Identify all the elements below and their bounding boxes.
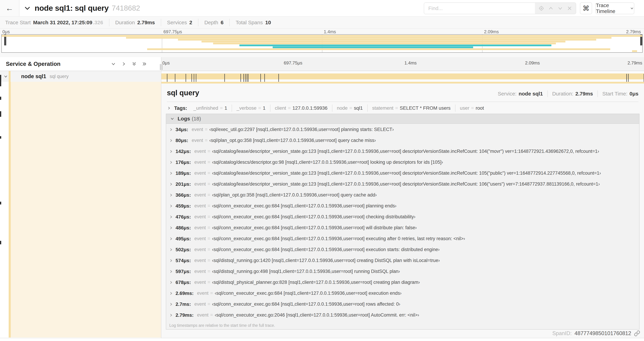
log-row[interactable]: 201μs:event=‹sql/catalog/lease/descripto… (166, 179, 639, 190)
column-divider[interactable] (161, 57, 161, 341)
log-row[interactable]: 176μs:event=‹sql/catalog/descs/descripto… (166, 157, 639, 168)
chevron-down-icon (170, 116, 174, 121)
chevron-right-icon[interactable] (169, 269, 176, 274)
log-equals: = (205, 127, 208, 132)
gutter-mark (0, 97, 1, 100)
minimap-span (632, 50, 637, 52)
log-row[interactable]: 574μs:event=‹sql/distsql_running.go:1420… (166, 255, 639, 266)
log-row[interactable]: 678μs:event=‹sql/distsql_physical_planne… (166, 277, 639, 288)
log-row[interactable]: 495μs:event=‹sql/conn_executor_exec.go:6… (166, 233, 639, 244)
log-field-key: event (197, 312, 208, 318)
chevron-right-icon[interactable] (169, 138, 176, 143)
clear-search-icon[interactable] (567, 6, 572, 11)
collapse-one-icon[interactable] (111, 61, 116, 67)
log-row[interactable]: 597μs:event=‹sql/distsql_running.go:498 … (166, 266, 639, 277)
locate-icon[interactable] (538, 5, 544, 11)
span-duration-bar[interactable] (161, 74, 644, 79)
tag-item[interactable]: _verbose=1 (232, 105, 270, 112)
span-operation-name: sql query (50, 74, 69, 79)
chevron-right-icon[interactable] (169, 313, 176, 317)
log-row[interactable]: 2.7ms:event=‹sql/conn_executor_exec.go:6… (166, 299, 639, 310)
summary-trace-start: Trace Start March 31 2022, 17:25:09 .326 (5, 19, 110, 26)
left-gutter (0, 82, 9, 341)
chevron-right-icon[interactable] (169, 226, 176, 230)
tag-key: statement (372, 105, 394, 111)
minimap-canvas[interactable] (2, 34, 642, 53)
tag-item[interactable]: statement=SELECT * FROM users (368, 105, 456, 112)
expand-one-icon[interactable] (121, 61, 126, 67)
log-row[interactable]: 2.69ms:event=‹sql/conn_executor_exec.go:… (166, 288, 639, 299)
column-resize-handle[interactable] (158, 64, 164, 70)
chevron-right-icon[interactable] (169, 160, 176, 164)
log-row[interactable]: 476μs:event=‹sql/conn_executor_exec.go:6… (166, 211, 639, 222)
tag-item[interactable]: client=127.0.0.1:59936 (270, 105, 332, 112)
find-input[interactable] (424, 3, 535, 14)
tick-label: 1.4ms (324, 29, 336, 35)
summary-services: Services 2 (161, 19, 198, 26)
service-operation-header: Service & Operation (0, 57, 161, 71)
chevron-right-icon[interactable] (169, 237, 176, 241)
span-row-service[interactable]: node sql1 sql query (0, 71, 161, 82)
log-time: 201μs: (176, 181, 191, 187)
chevron-right-icon[interactable] (169, 204, 176, 208)
log-row[interactable]: 366μs:event=‹sql/plan_opt.go:358 [nsql1,… (166, 190, 639, 200)
back-button[interactable]: ← (0, 0, 20, 16)
chevron-right-icon[interactable] (169, 149, 176, 154)
tag-equals: = (349, 105, 352, 111)
log-field-key: event (194, 171, 206, 176)
deep-link-icon[interactable] (634, 330, 640, 336)
next-result-icon[interactable] (557, 5, 563, 11)
collapse-trace-icon[interactable] (24, 5, 31, 12)
collapse-all-icon[interactable] (132, 61, 137, 67)
trace-timeline-page: ← node sql1: sql query 7418682 (0, 0, 644, 341)
log-field-key: event (194, 214, 206, 220)
log-row[interactable]: 34μs:event=‹sql/exec_util.go:2297 [nsql1… (166, 124, 639, 135)
span-service-name: node sql1 (21, 73, 46, 80)
tags-row[interactable]: Tags: _unfinished=1_verbose=1client=127.… (167, 104, 638, 113)
keyboard-shortcuts-button[interactable]: ⌘ (580, 3, 592, 14)
log-equals: = (208, 301, 210, 307)
log-message: ‹sql/conn_executor_exec.go:684 [nsql1,cl… (212, 236, 465, 241)
trace-minimap: 0μs697.75μs1.4ms2.09ms2.79ms (0, 29, 644, 57)
chevron-right-icon[interactable] (169, 171, 176, 175)
chevron-right-icon[interactable] (169, 291, 176, 295)
log-row[interactable]: 2.79ms:event=‹sql/conn_executor_exec.go:… (166, 310, 639, 320)
prev-result-icon[interactable] (548, 5, 554, 11)
chevron-right-icon[interactable] (169, 302, 176, 306)
gutter-mark (0, 241, 1, 244)
tick-label: 2.09ms (484, 29, 499, 35)
detail-span-title: sql query (167, 89, 199, 97)
log-row[interactable]: 486μs:event=‹sql/conn_executor_exec.go:6… (166, 222, 639, 233)
find-controls (535, 3, 576, 14)
logs-header[interactable]: Logs (18) (166, 114, 639, 124)
tag-value: 127.0.0.1:59936 (292, 105, 327, 111)
log-equals: = (208, 214, 210, 220)
span-row-bar[interactable] (161, 71, 644, 82)
logs-title: Logs (178, 116, 190, 122)
log-row[interactable]: 189μs:event=‹sql/catalog/lease/descripto… (166, 168, 639, 179)
log-row[interactable]: 142μs:event=‹sql/catalog/lease/descripto… (166, 146, 639, 157)
chevron-right-icon[interactable] (169, 258, 176, 263)
log-row[interactable]: 80μs:event=‹sql/plan_opt.go:358 [nsql1,c… (166, 135, 639, 146)
logs-footer-note: Log timestamps are relative to the start… (166, 321, 639, 329)
minimap-span (273, 47, 473, 48)
tag-key: _unfinished (193, 105, 218, 111)
log-field-key: event (194, 225, 206, 230)
chevron-right-icon[interactable] (169, 182, 176, 186)
minimap-tick-labels: 0μs697.75μs1.4ms2.09ms2.79ms (2, 29, 642, 34)
chevron-right-icon[interactable] (169, 193, 176, 197)
tags-label: Tags: (174, 105, 187, 111)
chevron-right-icon[interactable] (169, 215, 176, 219)
chevron-right-icon (167, 106, 171, 110)
chevron-right-icon[interactable] (169, 280, 176, 284)
log-row[interactable]: 502μs:event=‹sql/conn_executor_exec.go:6… (166, 244, 639, 255)
view-select-button[interactable]: Trace Timeline (596, 3, 634, 14)
log-row[interactable]: 459μs:event=‹sql/conn_executor_exec.go:6… (166, 200, 639, 211)
tag-item[interactable]: user=root (456, 105, 488, 112)
chevron-right-icon[interactable] (169, 128, 176, 132)
chevron-right-icon[interactable] (169, 248, 176, 252)
tag-item[interactable]: node=sql1 (332, 105, 368, 112)
span-collapse-icon[interactable] (4, 74, 8, 79)
tag-item[interactable]: _unfinished=1 (189, 105, 232, 112)
expand-all-icon[interactable] (142, 61, 147, 67)
